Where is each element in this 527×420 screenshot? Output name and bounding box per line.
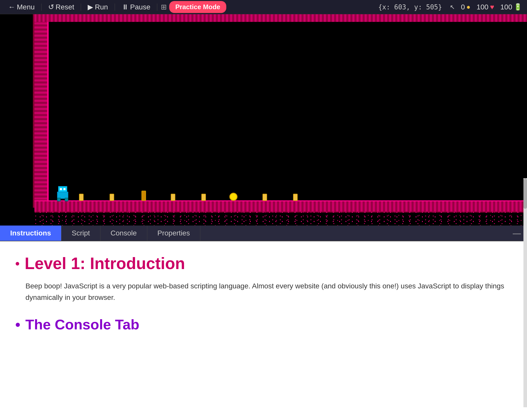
reset-button[interactable]: ↺ Reset	[45, 1, 77, 13]
toolbar: ← Menu ↺ Reset ▶ Run ⏸ Pause ⊞ Practice …	[0, 0, 527, 14]
bullet-1: •	[15, 257, 20, 271]
coin-hud-icon: ●	[466, 3, 470, 11]
pause-icon: ⏸	[122, 3, 129, 11]
menu-button[interactable]: ← Menu	[5, 2, 38, 13]
intro-paragraph: Beep boop! JavaScript is a very popular …	[25, 281, 510, 303]
separator-1	[41, 4, 42, 11]
tab-properties[interactable]: Properties	[147, 226, 201, 241]
coin-6	[262, 194, 267, 201]
run-button[interactable]: ▶ Run	[85, 1, 111, 13]
heading-console-tab: • The Console Tab	[15, 316, 512, 333]
tab-bar: Instructions Script Console Properties —	[0, 226, 527, 241]
practice-mode-button[interactable]: Practice Mode	[169, 1, 226, 13]
player-body	[56, 186, 69, 201]
battery-icon: 🔋	[514, 3, 522, 11]
health-display: 100 ♥	[477, 3, 494, 11]
grid-icon[interactable]: ⊞	[161, 3, 167, 11]
coin-5	[201, 194, 206, 201]
scrollbar-track[interactable]	[523, 178, 527, 407]
reset-icon: ↺	[48, 3, 54, 11]
energy-display: 100 🔋	[500, 3, 522, 11]
tab-instructions[interactable]: Instructions	[0, 226, 61, 241]
pause-button[interactable]: ⏸ Pause	[118, 1, 153, 13]
player-leg-right	[65, 198, 68, 201]
menu-arrow-icon: ←	[8, 3, 15, 11]
coin-7	[293, 194, 298, 201]
player-leg-left	[57, 198, 61, 201]
player-eye-left	[60, 188, 62, 190]
tab-script[interactable]: Script	[61, 226, 100, 241]
ground-scatter	[34, 212, 527, 226]
coin-4	[171, 194, 175, 201]
coordinates-display: {x: 603, y: 505}	[378, 3, 442, 11]
player-character	[56, 186, 69, 201]
player-head	[58, 186, 67, 192]
heading-introduction: • Level 1: Introduction	[15, 254, 512, 273]
score-display: 0 ●	[461, 3, 470, 11]
player-eye-right	[63, 188, 65, 190]
run-icon: ▶	[88, 3, 93, 11]
separator-4	[157, 4, 157, 11]
separator-2	[81, 4, 81, 11]
content-area: • Level 1: Introduction Beep boop! JavaS…	[0, 241, 527, 420]
separator-3	[115, 4, 115, 11]
cursor-icon: ↖	[450, 4, 455, 11]
coin-2	[110, 194, 114, 201]
ground-platform	[34, 201, 527, 212]
left-wall	[34, 14, 47, 208]
coin-3	[141, 191, 146, 201]
tab-console[interactable]: Console	[100, 226, 147, 241]
heart-icon: ♥	[490, 3, 494, 11]
scrollbar-thumb[interactable]	[523, 178, 527, 209]
coin-gold-1	[229, 193, 238, 201]
top-wall	[34, 14, 527, 22]
coin-1	[79, 194, 84, 201]
game-canvas[interactable]	[0, 14, 527, 226]
bullet-2: •	[15, 316, 20, 333]
